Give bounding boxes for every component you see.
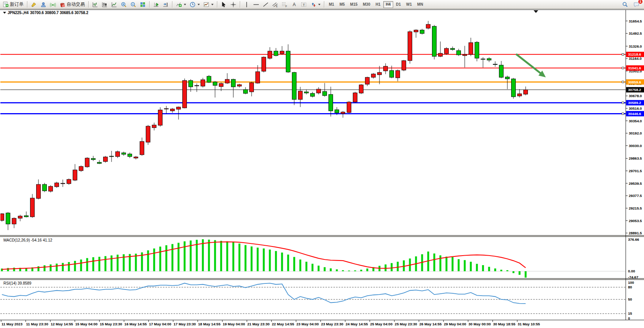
candle-up bbox=[408, 32, 412, 61]
search-button[interactable] bbox=[620, 0, 630, 9]
time-axis-label: 26 May 14:55 bbox=[419, 322, 442, 326]
separator bbox=[324, 1, 324, 8]
line-chart-button[interactable] bbox=[110, 0, 119, 9]
text-tool-button[interactable]: A bbox=[290, 0, 299, 9]
indicators-button[interactable] bbox=[174, 0, 188, 9]
macd-axis-label: 376.66 bbox=[628, 237, 639, 242]
timeframe-button-h4[interactable]: H4 bbox=[383, 1, 394, 8]
candlestick-chart-button[interactable] bbox=[100, 0, 109, 9]
time-axis-label: 15 May 23:30 bbox=[100, 322, 122, 326]
candle-up bbox=[73, 170, 77, 180]
candle-up bbox=[146, 126, 150, 142]
time-axis-label: 30 May 18:55 bbox=[493, 322, 515, 326]
signals-button[interactable] bbox=[48, 0, 57, 9]
macd-histogram-bar bbox=[56, 264, 58, 271]
candle-down bbox=[505, 77, 510, 79]
timeframe-button-m30[interactable]: M30 bbox=[360, 1, 373, 8]
chart-title: JPN225-,H4 30700.6 30800.7 30685.6 30758… bbox=[3, 11, 88, 15]
macd-histogram-bar bbox=[446, 257, 448, 271]
channel-tool-button[interactable]: E bbox=[271, 0, 280, 9]
line-handle[interactable] bbox=[622, 102, 624, 104]
arrows-tool-button[interactable] bbox=[309, 0, 322, 9]
zoom-out-button[interactable] bbox=[129, 0, 138, 9]
macd-histogram-bar bbox=[166, 245, 167, 271]
candle-up bbox=[256, 72, 260, 83]
macd-histogram-bar bbox=[464, 260, 466, 271]
notifications-button[interactable]: 1 bbox=[632, 0, 641, 9]
candle-down bbox=[91, 158, 96, 160]
candle-up bbox=[341, 112, 345, 114]
dropdown-caret bbox=[184, 4, 186, 5]
line-handle[interactable] bbox=[622, 81, 624, 83]
auto-scroll-button[interactable] bbox=[151, 0, 161, 9]
horizontal-line-tool-button[interactable] bbox=[252, 0, 261, 9]
candle-up bbox=[37, 184, 41, 198]
crosshair-tool-button[interactable] bbox=[229, 0, 238, 9]
macd-histogram-bar bbox=[68, 262, 70, 271]
timeframe-button-mn[interactable]: MN bbox=[414, 1, 426, 8]
macd-histogram-bar bbox=[397, 262, 399, 271]
line-handle[interactable] bbox=[622, 53, 624, 55]
mt4-window: { "toolbar": { "new_order_label": "新订单",… bbox=[0, 0, 644, 328]
notification-badge: 1 bbox=[638, 0, 643, 4]
styler-button[interactable] bbox=[29, 0, 38, 9]
price-axis-label: 30030.0 bbox=[629, 144, 642, 148]
macd-histogram-bar bbox=[312, 264, 314, 271]
separator bbox=[27, 1, 27, 8]
fibonacci-tool-button[interactable]: F bbox=[280, 0, 289, 9]
signal-icon bbox=[50, 2, 56, 8]
timeframe-button-d1[interactable]: D1 bbox=[393, 1, 403, 8]
label-tool-button[interactable]: T bbox=[299, 0, 308, 9]
dropdown-caret bbox=[318, 4, 320, 5]
brush-icon bbox=[31, 2, 37, 8]
zoom-in-button[interactable] bbox=[119, 0, 128, 9]
new-order-button[interactable]: 新订单 bbox=[1, 0, 25, 9]
candle-up bbox=[61, 183, 65, 184]
candle-up bbox=[171, 109, 175, 111]
macd-histogram-bar bbox=[470, 262, 472, 271]
macd-histogram-bar bbox=[86, 258, 88, 271]
tile-windows-button[interactable] bbox=[138, 0, 147, 9]
macd-histogram-bar bbox=[269, 250, 271, 271]
candle-down bbox=[499, 65, 504, 77]
time-axis-label: 17 May 23:30 bbox=[174, 322, 196, 326]
timeframe-button-w1[interactable]: W1 bbox=[403, 1, 414, 8]
timeframe-button-m5[interactable]: M5 bbox=[337, 1, 348, 8]
candle-down bbox=[451, 48, 455, 50]
timeframe-button-m1[interactable]: M1 bbox=[326, 1, 337, 8]
line-handle[interactable] bbox=[622, 67, 624, 69]
line-handle[interactable] bbox=[622, 113, 624, 115]
rsi-axis-label: 80 bbox=[628, 285, 632, 289]
dropdown-caret bbox=[211, 4, 214, 5]
trendline-tool-button[interactable] bbox=[261, 0, 270, 9]
macd-axis-label: -74.67 bbox=[628, 275, 638, 279]
periods-button[interactable] bbox=[188, 0, 201, 9]
separator bbox=[172, 1, 172, 8]
macd-histogram-bar bbox=[391, 263, 393, 271]
macd-histogram-bar bbox=[482, 265, 484, 271]
candle-up bbox=[524, 90, 528, 94]
candle-down bbox=[292, 72, 296, 99]
chart-shift-button[interactable] bbox=[161, 0, 170, 9]
macd-histogram-bar bbox=[74, 261, 76, 271]
chart-area[interactable]: 31654.531492.531326.031164.031002.030840… bbox=[0, 10, 644, 328]
auto-trading-button[interactable]: 自动交易 bbox=[58, 0, 86, 9]
timeframe-button-m15[interactable]: M15 bbox=[348, 1, 360, 8]
chart-title-ohlc: 30700.6 30800.7 30685.6 30758.2 bbox=[30, 11, 88, 15]
price-axis-label: 29701.5 bbox=[629, 169, 642, 173]
community-button[interactable] bbox=[39, 0, 48, 9]
text-icon: A bbox=[291, 2, 297, 8]
macd-histogram-bar bbox=[117, 255, 119, 271]
chart-menu-triangle-icon[interactable] bbox=[3, 12, 6, 14]
timeframe-button-h1[interactable]: H1 bbox=[373, 1, 383, 8]
rsi-indicator-label: RSI(14) 39.8589 bbox=[3, 281, 31, 285]
chart-window: 31654.531492.531326.031164.031002.030840… bbox=[0, 9, 644, 328]
macd-histogram-bar bbox=[172, 244, 174, 271]
price-axis-label: 30516.0 bbox=[629, 106, 642, 110]
bar-chart-button[interactable] bbox=[91, 0, 100, 9]
cursor-tool-button[interactable] bbox=[219, 0, 228, 9]
macd-indicator-label: MACD(12,26,9) -54.16 41.12 bbox=[3, 238, 52, 242]
templates-button[interactable] bbox=[202, 0, 215, 9]
vertical-line-tool-button[interactable] bbox=[242, 0, 251, 9]
candle-down bbox=[6, 213, 10, 224]
